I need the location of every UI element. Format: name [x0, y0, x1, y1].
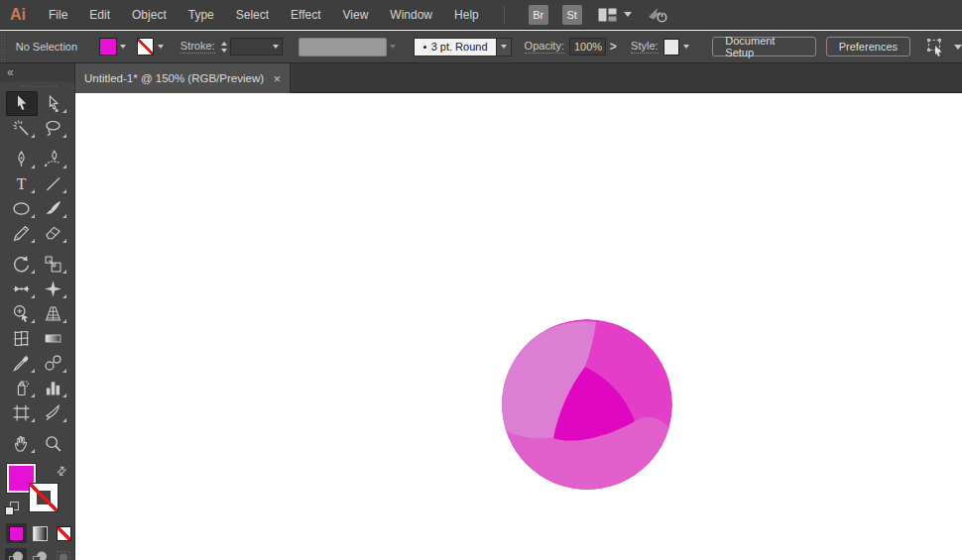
tools-panel: « T ⇄ — [0, 63, 75, 560]
menu-effect[interactable]: Effect — [280, 0, 331, 30]
gradient-swatch-icon — [33, 526, 48, 541]
flyout-corner-icon — [62, 165, 66, 168]
menu-window[interactable]: Window — [379, 0, 443, 30]
stock-button[interactable]: St — [562, 5, 582, 25]
tool-paintbrush[interactable] — [38, 196, 69, 221]
tools-panel-header[interactable]: « — [0, 63, 74, 81]
curvature-icon — [43, 149, 63, 169]
mesh-icon — [11, 328, 32, 349]
style-swatch[interactable] — [663, 39, 679, 56]
tool-lasso[interactable] — [38, 116, 69, 141]
select-similar-icon — [926, 38, 946, 56]
tool-scale[interactable] — [38, 252, 69, 277]
tool-column-graph[interactable] — [38, 376, 69, 400]
tool-gradient[interactable] — [38, 326, 69, 351]
collapse-panel-icon[interactable]: « — [7, 66, 14, 78]
document-setup-button[interactable]: Document Setup — [712, 37, 815, 56]
profile-dropdown-chevron[interactable] — [387, 38, 400, 56]
tool-eyedropper[interactable] — [6, 351, 38, 376]
flyout-corner-icon — [62, 189, 66, 193]
color-button[interactable] — [6, 523, 27, 543]
tool-eraser[interactable] — [38, 221, 69, 246]
menu-type[interactable]: Type — [178, 0, 225, 30]
tool-free-transform[interactable] — [38, 277, 69, 301]
tool-symbol-sprayer[interactable] — [6, 376, 38, 400]
gradient-icon — [43, 328, 63, 349]
gpu-performance-icon — [648, 6, 669, 24]
tool-type[interactable]: T — [6, 171, 38, 196]
workspace-layout-icon — [598, 8, 617, 22]
menu-edit[interactable]: Edit — [78, 0, 121, 30]
opacity-label[interactable]: Opacity: — [525, 40, 564, 54]
stroke-weight-stepper[interactable] — [221, 42, 227, 53]
gpu-performance-button[interactable] — [648, 6, 669, 24]
tool-pen[interactable] — [6, 147, 38, 171]
draw-behind-icon — [32, 550, 48, 560]
menu-select[interactable]: Select — [225, 0, 280, 30]
eyedropper-icon — [11, 353, 32, 374]
draw-normal-icon — [8, 550, 24, 560]
tool-direct-selection[interactable] — [38, 91, 69, 116]
draw-normal-button[interactable] — [5, 548, 27, 560]
tool-shape-builder[interactable] — [6, 301, 38, 326]
tool-shaper[interactable] — [6, 221, 38, 246]
tool-curvature[interactable] — [38, 147, 69, 171]
fill-color-swatch[interactable] — [99, 38, 116, 56]
brush-definition-dropdown[interactable] — [497, 38, 511, 56]
swap-fill-stroke-icon[interactable]: ⇄ — [53, 462, 69, 479]
opacity-field[interactable]: 100% — [569, 38, 606, 56]
variable-width-profile-dropdown[interactable] — [299, 38, 386, 56]
stroke-weight-combo[interactable] — [230, 38, 284, 56]
menu-object[interactable]: Object — [121, 0, 178, 30]
tool-width[interactable] — [6, 277, 38, 301]
tool-rotate[interactable] — [6, 252, 38, 277]
menu-file[interactable]: File — [38, 0, 78, 30]
tool-selection[interactable] — [6, 91, 38, 116]
stroke-swatch[interactable] — [30, 484, 58, 511]
none-button[interactable] — [54, 523, 74, 543]
bridge-button[interactable]: Br — [529, 5, 548, 25]
menu-help[interactable]: Help — [443, 0, 490, 30]
magenta-circle-artwork[interactable] — [502, 319, 672, 490]
draw-behind-button[interactable] — [29, 548, 51, 560]
stroke-weight-label[interactable]: Stroke: — [180, 40, 215, 54]
workspace-switcher[interactable] — [598, 8, 632, 22]
tools-panel-grip[interactable] — [19, 85, 57, 88]
tab-close-icon[interactable]: × — [273, 71, 281, 86]
stroke-color-swatch[interactable] — [137, 38, 154, 56]
menu-view[interactable]: View — [332, 0, 380, 30]
document-tab[interactable]: Untitled-1* @ 150% (RGB/Preview) × — [75, 63, 291, 93]
opacity-expand-icon[interactable]: > — [608, 40, 619, 54]
tool-hand[interactable] — [6, 431, 38, 456]
artboard-canvas[interactable] — [75, 93, 962, 560]
style-label[interactable]: Style: — [631, 40, 659, 54]
chevron-down-icon — [954, 45, 962, 50]
gradient-button[interactable] — [30, 523, 51, 543]
flyout-corner-icon — [62, 134, 66, 138]
panel-grip[interactable] — [0, 31, 7, 63]
preferences-button[interactable]: Preferences — [826, 37, 910, 56]
blend-icon — [43, 353, 63, 374]
tool-ellipse[interactable] — [6, 196, 38, 221]
draw-inside-button[interactable] — [53, 548, 74, 560]
menu-bar: Ai FileEditObjectTypeSelectEffectViewWin… — [0, 0, 962, 30]
fill-color-dropdown[interactable] — [117, 38, 130, 56]
tool-slice[interactable] — [38, 400, 69, 425]
default-fill-stroke-icon[interactable] — [5, 502, 19, 515]
none-swatch-icon — [57, 526, 71, 541]
flyout-corner-icon — [31, 214, 35, 218]
tool-perspective-grid[interactable] — [38, 301, 69, 326]
stroke-color-dropdown[interactable] — [154, 38, 167, 56]
tool-mesh[interactable] — [6, 326, 38, 351]
flyout-corner-icon — [31, 270, 35, 274]
tool-blend[interactable] — [38, 351, 69, 376]
tool-zoom[interactable] — [38, 431, 69, 456]
tool-artboard[interactable] — [6, 400, 38, 425]
symbol-sprayer-icon — [11, 378, 32, 398]
style-dropdown[interactable] — [679, 38, 692, 56]
tool-magic-wand[interactable] — [6, 116, 38, 141]
type-icon: T — [11, 173, 32, 194]
select-similar-options[interactable] — [926, 38, 962, 56]
brush-definition-field[interactable]: 3 pt. Round — [414, 38, 497, 56]
tool-line-segment[interactable] — [38, 171, 69, 196]
